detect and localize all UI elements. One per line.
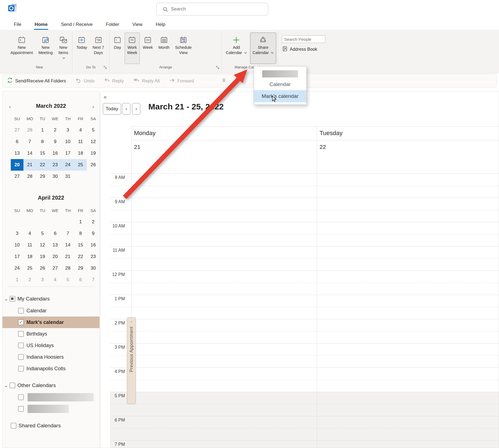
mini-day-cell[interactable]: 29 [74, 262, 87, 274]
hour-row[interactable]: 9 AM [110, 198, 499, 222]
mini-day-cell[interactable]: 28 [23, 124, 36, 136]
redacted-calendar-item[interactable] [2, 391, 100, 403]
mini-day-cell[interactable]: 1 [11, 274, 23, 286]
mini-day-cell[interactable]: 29 [36, 171, 49, 182]
menu-tab-home[interactable]: Home [28, 20, 54, 30]
calendar-checkbox[interactable] [18, 320, 24, 325]
calendar-checkbox[interactable] [18, 395, 24, 400]
mini-day-cell[interactable]: 10 [61, 136, 74, 147]
calendar-item-indiana-hoosiers[interactable]: Indiana Hoosiers [2, 351, 100, 363]
mini-day-cell[interactable]: 12 [87, 136, 100, 147]
mini-day-cell[interactable]: 13 [11, 147, 23, 159]
mini-day-cell[interactable]: 11 [23, 239, 36, 251]
search-input[interactable] [171, 3, 265, 15]
mini-calendar-prev-icon[interactable]: ‹ [7, 104, 13, 110]
hour-row[interactable]: 4 PM [110, 367, 499, 392]
mini-day-cell[interactable]: 9 [49, 136, 61, 147]
mini-day-cell[interactable]: 25 [23, 262, 36, 274]
mini-day-cell[interactable]: 5 [61, 274, 74, 286]
day-date[interactable]: 22 [320, 144, 326, 150]
week-button[interactable]: Week [140, 33, 155, 64]
mini-day-cell[interactable]: 5 [87, 124, 100, 136]
mini-day-cell[interactable]: 6 [49, 228, 61, 239]
mini-day-cell[interactable]: 2 [49, 124, 61, 136]
mini-day-cell[interactable]: 5 [36, 228, 49, 239]
mini-day-cell[interactable]: 17 [61, 147, 74, 159]
calendar-item-indianapolis-colts[interactable]: Indianapolis Colts [2, 363, 100, 374]
customize-toolbar-icon[interactable] [222, 78, 226, 83]
hour-row[interactable]: 8 AM [110, 173, 499, 198]
mini-day-cell[interactable]: 15 [74, 239, 87, 251]
mini-day-cell[interactable]: 16 [49, 147, 61, 159]
send-receive-all-folders-button[interactable]: Send/Receive All Folders [7, 77, 66, 84]
calendar-item-us-holidays[interactable]: US Holidays [2, 340, 100, 351]
sidebar-section-my-calendars[interactable]: ⌄My Calendars [2, 293, 100, 305]
address-book-button[interactable]: Address Book [282, 46, 317, 53]
menu-tab-send-receive[interactable]: Send / Receive [54, 20, 99, 30]
hour-row[interactable]: 12 PM [110, 270, 499, 295]
mini-day-cell[interactable]: 20 [49, 251, 61, 262]
today-button[interactable]: Today [103, 103, 121, 115]
reply-all-button[interactable]: Reply All [133, 77, 160, 84]
mini-day-cell[interactable]: 19 [87, 147, 100, 159]
menu-tab-help[interactable]: Help [149, 20, 172, 30]
mini-day-cell[interactable]: 8 [36, 136, 49, 147]
mini-day-cell[interactable]: 3 [11, 228, 23, 239]
mini-day-cell[interactable]: 19 [36, 251, 49, 262]
mini-day-cell[interactable]: 26 [36, 262, 49, 274]
day-name-monday[interactable]: Monday [134, 130, 155, 137]
mini-day-cell[interactable]: 4 [23, 228, 36, 239]
mini-day-cell[interactable]: 1 [74, 216, 87, 228]
hour-row[interactable]: 7 PM [110, 440, 499, 448]
menu-item-mark-s-calendar[interactable]: Mark's calendar [254, 90, 306, 102]
chevron-down-icon[interactable]: ⌄ [2, 297, 10, 300]
new-appointment-button[interactable]: NewAppointment [8, 33, 35, 64]
menu-tab-file[interactable]: File [7, 20, 28, 30]
mini-day-cell[interactable]: 23 [87, 251, 100, 262]
mini-calendar-next-icon[interactable]: › [90, 104, 96, 110]
day-name-tuesday[interactable]: Tuesday [320, 130, 343, 137]
mini-day-cell[interactable]: 16 [87, 239, 100, 251]
mini-day-cell[interactable]: 30 [49, 171, 61, 182]
mini-day-cell[interactable]: 11 [74, 136, 87, 147]
calendar-checkbox[interactable] [18, 406, 24, 412]
mini-day-cell[interactable]: 21 [23, 159, 36, 171]
mini-day-cell[interactable]: 22 [36, 159, 49, 171]
mini-day-cell[interactable]: 1 [36, 124, 49, 136]
calendar-checkbox[interactable] [18, 308, 24, 313]
mini-day-cell[interactable]: 18 [23, 251, 36, 262]
calendar-checkbox[interactable] [18, 354, 24, 360]
section-checkbox[interactable] [11, 423, 16, 428]
mini-day-cell[interactable]: 27 [11, 124, 23, 136]
today-button[interactable]: Today [74, 33, 90, 64]
mini-day-cell[interactable]: 24 [61, 159, 74, 171]
menu-tab-view[interactable]: View [126, 20, 149, 30]
next-7-days-button[interactable]: Next 7Days [90, 33, 107, 64]
chevron-down-icon[interactable]: ⌄ [2, 384, 10, 387]
mini-day-cell[interactable]: 27 [11, 171, 23, 182]
mini-day-cell[interactable]: 17 [11, 251, 23, 262]
mini-day-cell[interactable]: 31 [61, 171, 74, 182]
share-calendar-button[interactable]: ShareCalendar [250, 33, 276, 64]
mini-day-cell[interactable]: 6 [11, 136, 23, 147]
new-items-button[interactable]: NewItems [56, 33, 71, 64]
mini-day-cell[interactable]: 22 [74, 251, 87, 262]
dialog-launcher-icon[interactable] [216, 66, 219, 70]
section-checkbox[interactable] [10, 296, 15, 302]
day-button[interactable]: Day [111, 33, 124, 64]
mini-day-cell[interactable]: 20 [11, 159, 23, 171]
mini-day-cell[interactable]: 27 [49, 262, 61, 274]
mini-day-cell[interactable]: 12 [36, 239, 49, 251]
mini-day-cell[interactable]: 6 [74, 274, 87, 286]
mini-day-cell[interactable]: 13 [49, 239, 61, 251]
mini-day-cell[interactable]: 8 [74, 228, 87, 239]
menu-item-calendar[interactable]: Calendar [254, 79, 306, 90]
mini-day-cell[interactable]: 26 [87, 159, 100, 171]
hour-row[interactable]: 1 PM [110, 295, 499, 319]
menu-tab-folder[interactable]: Folder [99, 20, 126, 30]
mini-day-cell[interactable]: 24 [11, 262, 23, 274]
menu-item-redacted[interactable] [254, 69, 306, 79]
mini-day-cell[interactable]: 7 [23, 136, 36, 147]
forward-button[interactable]: Forward [169, 77, 194, 84]
calendar-checkbox[interactable] [18, 366, 24, 371]
